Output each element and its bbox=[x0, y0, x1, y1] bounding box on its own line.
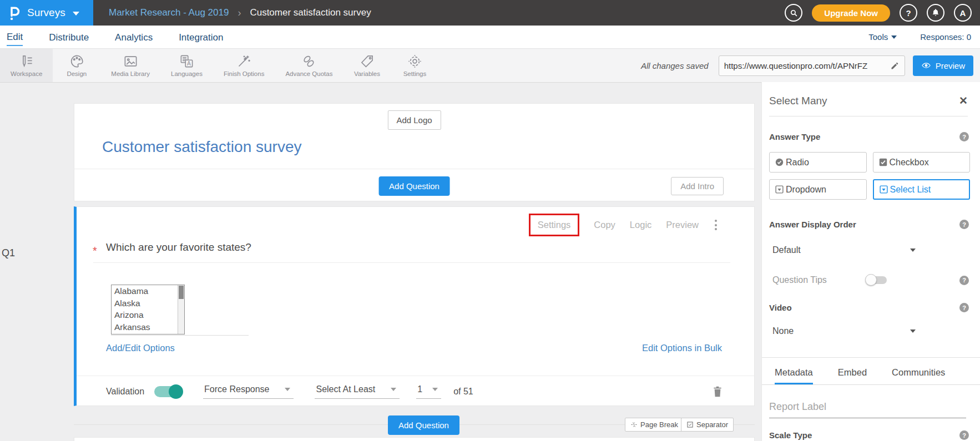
kebab-menu-icon[interactable] bbox=[713, 218, 719, 232]
question-tips-label: Question Tips bbox=[772, 275, 866, 285]
validation-count-dropdown[interactable]: 1 bbox=[416, 384, 441, 399]
notifications-button[interactable] bbox=[927, 4, 944, 22]
survey-url-input[interactable] bbox=[724, 61, 890, 70]
question-text[interactable]: Which are your favorite states? bbox=[106, 241, 251, 254]
top-bar-actions: Upgrade Now ? A bbox=[785, 4, 980, 22]
tab-integration[interactable]: Integration bbox=[179, 29, 223, 45]
answer-type-label: Answer Type bbox=[769, 132, 820, 141]
question-logic-button[interactable]: Logic bbox=[630, 220, 651, 230]
surveys-menu[interactable]: Surveys bbox=[0, 0, 93, 26]
divider bbox=[769, 116, 968, 116]
breadcrumb-folder[interactable]: Market Research - Aug 2019 bbox=[109, 7, 229, 18]
svg-text:A: A bbox=[187, 60, 191, 67]
question-tips-toggle[interactable] bbox=[866, 276, 887, 284]
help-icon[interactable]: ? bbox=[959, 220, 969, 229]
preview-button[interactable]: Preview bbox=[913, 55, 973, 76]
listbox-scrollbar[interactable] bbox=[178, 285, 184, 334]
answer-type-checkbox[interactable]: Checkbox bbox=[873, 152, 971, 173]
avatar[interactable]: A bbox=[954, 4, 972, 22]
tab-embed[interactable]: Embed bbox=[838, 367, 867, 384]
separator-button[interactable]: Separator bbox=[681, 418, 734, 432]
chevron-down-icon bbox=[391, 388, 396, 391]
upgrade-now-button[interactable]: Upgrade Now bbox=[812, 4, 890, 22]
toolbar-right: All changes saved Preview bbox=[641, 49, 980, 82]
list-item[interactable]: Alaska bbox=[112, 297, 184, 310]
survey-title[interactable]: Customer satisfaction survey bbox=[102, 138, 301, 156]
nav-right: Tools Responses: 0 bbox=[868, 32, 980, 42]
delete-question-button[interactable] bbox=[712, 386, 723, 398]
list-item[interactable]: Arkansas bbox=[112, 321, 184, 333]
page-break-button[interactable]: Page Break bbox=[625, 418, 684, 432]
search-button[interactable] bbox=[785, 4, 802, 22]
save-status: All changes saved bbox=[641, 61, 709, 70]
editor-toolbar: Workspace Design Media Library A Languag… bbox=[0, 48, 980, 83]
help-icon[interactable]: ? bbox=[959, 303, 969, 312]
tab-edit[interactable]: Edit bbox=[7, 28, 23, 46]
chain-link-icon bbox=[301, 54, 316, 69]
chevron-down-icon bbox=[285, 388, 290, 391]
video-label: Video bbox=[769, 303, 792, 312]
question-index-label: Q1 bbox=[2, 247, 15, 259]
tab-communities[interactable]: Communities bbox=[892, 367, 945, 384]
force-response-dropdown[interactable]: Force Response bbox=[203, 384, 294, 399]
question-preview-button[interactable]: Preview bbox=[666, 220, 699, 230]
validation-rule-dropdown[interactable]: Select At Least bbox=[315, 384, 400, 399]
scrollbar-thumb[interactable] bbox=[179, 286, 184, 299]
metadata-tabs: Metadata Embed Communities bbox=[762, 358, 980, 385]
chevron-down-icon bbox=[891, 36, 897, 39]
toolbar-item-finish-options[interactable]: Finish Options bbox=[213, 49, 275, 82]
answer-display-order-dropdown[interactable]: Default bbox=[772, 245, 916, 255]
help-icon[interactable]: ? bbox=[959, 430, 969, 440]
toolbar-item-media-library[interactable]: Media Library bbox=[100, 49, 160, 82]
close-icon[interactable]: ✕ bbox=[959, 94, 968, 107]
list-item[interactable]: Alabama bbox=[112, 285, 184, 297]
add-intro-button[interactable]: Add Intro bbox=[671, 177, 724, 195]
help-icon[interactable]: ? bbox=[959, 132, 969, 141]
checkbox-icon bbox=[878, 158, 888, 167]
search-icon bbox=[789, 8, 799, 18]
answer-type-select-list[interactable]: Select List bbox=[873, 179, 971, 200]
answer-type-grid: Radio Checkbox Dropdown Select List bbox=[769, 152, 970, 200]
toolbar-item-design[interactable]: Design bbox=[53, 49, 100, 82]
question-card: Settings Copy Logic Preview * Which are … bbox=[74, 206, 755, 406]
help-button[interactable]: ? bbox=[900, 4, 917, 22]
video-dropdown[interactable]: None bbox=[772, 326, 916, 336]
add-question-button-top[interactable]: Add Question bbox=[378, 176, 450, 196]
question-copy-button[interactable]: Copy bbox=[594, 220, 615, 230]
add-edit-options-link[interactable]: Add/Edit Options bbox=[106, 343, 175, 353]
responses-count: Responses: 0 bbox=[920, 32, 971, 42]
image-icon bbox=[123, 54, 138, 69]
toolbar-item-settings[interactable]: Settings bbox=[391, 49, 438, 82]
edit-options-in-bulk-link[interactable]: Edit Options in Bulk bbox=[642, 343, 722, 353]
survey-nav: Edit Distribute Analytics Integration To… bbox=[0, 26, 980, 48]
toolbar-item-variables[interactable]: Variables bbox=[343, 49, 391, 82]
question-menu: Settings Copy Logic Preview bbox=[529, 214, 719, 236]
tab-distribute[interactable]: Distribute bbox=[49, 29, 89, 45]
chevron-down-icon bbox=[73, 12, 79, 16]
add-question-button-bottom[interactable]: Add Question bbox=[388, 415, 459, 435]
magic-wand-icon bbox=[236, 54, 251, 69]
eye-icon bbox=[921, 60, 931, 70]
list-item[interactable]: Arizona bbox=[112, 309, 184, 321]
help-icon[interactable]: ? bbox=[959, 276, 969, 285]
divider bbox=[77, 376, 754, 376]
answer-type-radio[interactable]: Radio bbox=[769, 152, 867, 173]
palette-icon bbox=[69, 54, 84, 69]
validation-row: Validation Force Response Select At Leas… bbox=[106, 384, 723, 399]
toolbar-item-languages[interactable]: A Languages bbox=[160, 49, 213, 82]
states-select-list[interactable]: Alabama Alaska Arizona Arkansas bbox=[111, 285, 185, 334]
toolbar-item-advance-quotas[interactable]: Advance Quotas bbox=[275, 49, 343, 82]
validation-toggle[interactable] bbox=[154, 386, 182, 397]
tab-analytics[interactable]: Analytics bbox=[115, 29, 153, 45]
panel-title: Select Many bbox=[769, 95, 827, 107]
report-label-input[interactable] bbox=[769, 399, 966, 418]
add-logo-button[interactable]: Add Logo bbox=[387, 110, 441, 130]
tab-metadata[interactable]: Metadata bbox=[775, 367, 813, 384]
question-settings-button[interactable]: Settings bbox=[529, 214, 580, 236]
toolbar-item-workspace[interactable]: Workspace bbox=[0, 49, 53, 82]
tools-dropdown[interactable]: Tools bbox=[868, 32, 897, 42]
trash-icon bbox=[712, 386, 723, 398]
pencil-icon[interactable] bbox=[890, 61, 900, 70]
answer-type-dropdown[interactable]: Dropdown bbox=[769, 179, 867, 200]
translate-icon: A bbox=[179, 54, 194, 69]
